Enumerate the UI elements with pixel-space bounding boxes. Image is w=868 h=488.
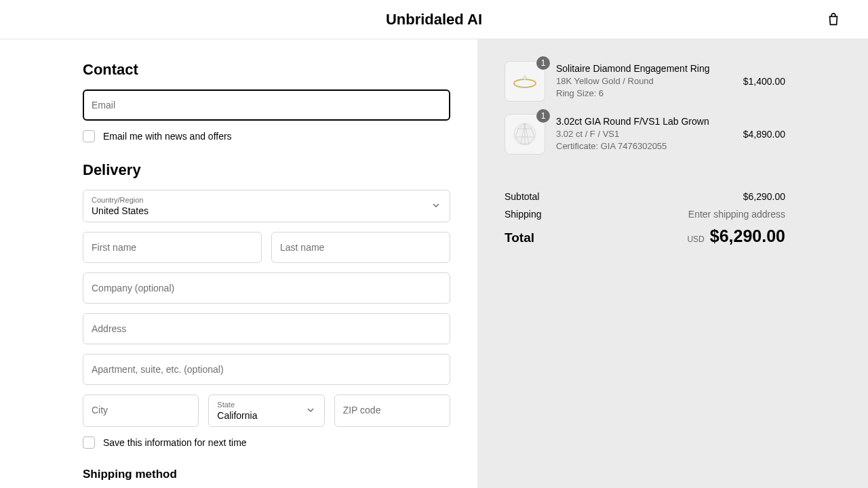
header: Unbridaled AI (0, 0, 868, 39)
delivery-heading: Delivery (83, 161, 450, 179)
company-field[interactable] (83, 272, 450, 304)
email-input[interactable] (92, 100, 441, 110)
item-price: $4,890.00 (743, 129, 785, 140)
state-label: State (217, 401, 315, 409)
news-label: Email me with news and offers (103, 131, 232, 142)
diamond-icon (510, 119, 540, 149)
total-amount: $6,290.00 (710, 226, 785, 246)
shipping-line: Shipping Enter shipping address (505, 209, 785, 220)
item-price: $1,400.00 (743, 76, 785, 87)
subtotal-line: Subtotal $6,290.00 (505, 191, 785, 202)
zip-input[interactable] (343, 405, 441, 415)
shipping-label: Shipping (505, 209, 542, 220)
item-size: Ring Size: 6 (556, 87, 732, 100)
last-name-input[interactable] (280, 242, 441, 253)
news-checkbox[interactable] (83, 130, 95, 142)
checkout-form: Contact Email me with news and offers De… (0, 39, 477, 488)
zip-field[interactable] (334, 394, 450, 427)
total-label: Total (505, 230, 534, 245)
cart-item: 1 3.02ct GIA Round F/VS1 Lab Grown 3.02 … (505, 114, 785, 155)
ring-icon (510, 74, 540, 89)
item-variant: 18K Yellow Gold / Round (556, 75, 732, 87)
address-field[interactable] (83, 313, 450, 344)
country-value: United States (92, 205, 149, 216)
item-title: Solitaire Diamond Engagement Ring (556, 63, 732, 74)
country-select[interactable]: Country/Region United States (83, 190, 450, 222)
order-summary: 1 Solitaire Diamond Engagement Ring 18K … (477, 39, 868, 488)
item-certificate: Certificate: GIA 7476302055 (556, 140, 732, 152)
total-line: Total USD $6,290.00 (505, 226, 785, 246)
city-input[interactable] (92, 405, 190, 415)
qty-badge: 1 (536, 56, 550, 70)
brand-title: Unbridaled AI (386, 11, 482, 28)
email-field[interactable] (83, 89, 450, 121)
subtotal-value: $6,290.00 (743, 191, 785, 202)
product-thumbnail: 1 (505, 61, 545, 102)
shipping-method-heading: Shipping method (83, 468, 450, 481)
state-select[interactable]: State California (208, 394, 324, 427)
save-info-label: Save this information for next time (103, 437, 247, 448)
company-input[interactable] (92, 283, 441, 293)
subtotal-label: Subtotal (505, 191, 539, 202)
first-name-field[interactable] (83, 232, 262, 263)
item-specs: 3.02 ct / F / VS1 (556, 128, 732, 140)
qty-badge: 1 (536, 109, 550, 123)
last-name-field[interactable] (271, 232, 450, 263)
state-value: California (217, 410, 257, 421)
svg-point-0 (514, 79, 536, 87)
city-field[interactable] (83, 394, 199, 427)
first-name-input[interactable] (92, 242, 253, 253)
apartment-input[interactable] (92, 364, 441, 375)
total-currency: USD (687, 235, 704, 244)
address-input[interactable] (92, 323, 441, 334)
product-thumbnail: 1 (505, 114, 545, 155)
apartment-field[interactable] (83, 354, 450, 385)
save-info-checkbox[interactable] (83, 436, 95, 449)
country-label: Country/Region (92, 196, 441, 204)
shipping-value: Enter shipping address (688, 209, 785, 220)
cart-item: 1 Solitaire Diamond Engagement Ring 18K … (505, 61, 785, 102)
contact-heading: Contact (83, 61, 450, 79)
cart-icon[interactable] (826, 12, 841, 30)
item-title: 3.02ct GIA Round F/VS1 Lab Grown (556, 116, 732, 127)
